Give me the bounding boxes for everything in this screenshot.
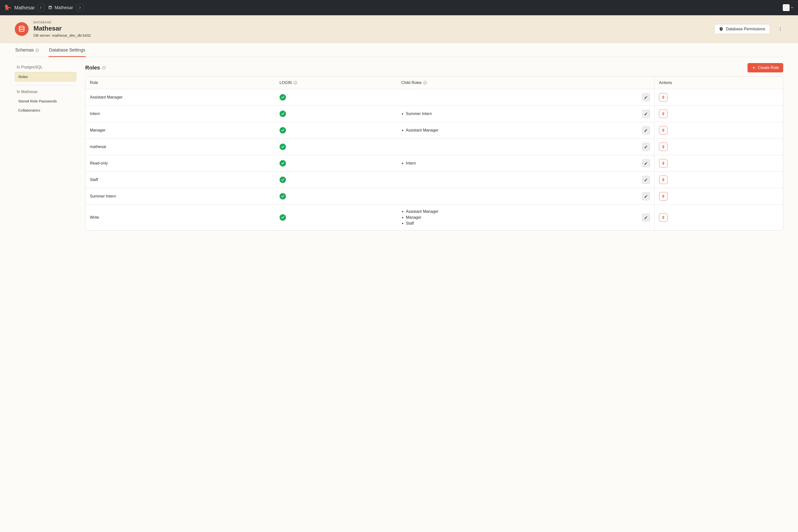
pencil-icon <box>644 178 648 182</box>
column-header-role: Role <box>86 77 275 89</box>
role-name: Read-only <box>90 161 108 166</box>
table-row: mathesar <box>86 139 783 155</box>
role-name: Intern <box>90 112 100 116</box>
table-row: Assistant Manager <box>86 89 783 106</box>
actions-cell <box>654 188 783 205</box>
login-cell <box>275 139 397 155</box>
shield-icon <box>719 27 723 31</box>
sidebar-item-stored-role-passwords[interactable]: Stored Role Passwords <box>15 97 76 106</box>
role-name-cell: Summer Intern <box>86 188 275 205</box>
create-role-button[interactable]: Create Role <box>747 63 783 72</box>
child-role-item: Intern <box>406 160 639 166</box>
sidebar-group-mathesar: In Mathesar <box>17 90 74 94</box>
edit-child-roles-button[interactable] <box>642 159 650 167</box>
login-enabled-check-icon <box>280 94 286 100</box>
edit-child-roles-button[interactable] <box>642 110 650 118</box>
column-header-label: LOGIN <box>280 80 292 85</box>
column-header-label: Role <box>90 80 98 85</box>
role-name-cell: Staff <box>86 172 275 188</box>
chevron-down-icon <box>790 6 794 10</box>
gear-icon-box <box>783 4 790 11</box>
child-roles-cell <box>397 188 654 205</box>
header-eyebrow: DATABASE <box>34 21 709 24</box>
login-cell <box>275 155 397 171</box>
breadcrumb-expand-button-2[interactable] <box>76 4 84 11</box>
role-name-cell: Manager <box>86 122 275 138</box>
roles-table: Role LOGIN ? Child Roles ? Actions <box>85 76 783 230</box>
database-avatar <box>15 22 28 36</box>
child-role-item: Manager <box>406 214 639 221</box>
elephant-logo-icon <box>4 4 12 12</box>
breadcrumb-expand-button-1[interactable] <box>37 4 44 11</box>
delete-role-button[interactable] <box>659 159 667 168</box>
actions-cell <box>654 172 783 188</box>
trash-icon <box>661 178 665 182</box>
delete-role-button[interactable] <box>659 176 667 184</box>
edit-child-roles-button[interactable] <box>642 143 650 151</box>
role-name: Manager <box>90 128 106 133</box>
actions-cell <box>654 89 783 106</box>
sidebar-item-label: Stored Role Passwords <box>18 99 57 103</box>
plus-icon <box>752 66 756 70</box>
login-enabled-check-icon <box>280 127 286 133</box>
chevron-right-icon <box>78 6 82 10</box>
delete-role-button[interactable] <box>659 142 667 151</box>
gear-icon <box>783 4 790 11</box>
edit-child-roles-button[interactable] <box>642 126 650 134</box>
tab-settings-label: Database Settings <box>49 48 85 53</box>
app-name: Mathesar <box>14 5 35 11</box>
sidebar-item-collaborators[interactable]: Collaborators <box>15 106 76 115</box>
table-row: ManagerAssistant Manager <box>86 122 783 139</box>
sidebar-group-postgresql: In PostgreSQL <box>17 65 74 70</box>
tab-schemas-label: Schemas <box>15 48 34 53</box>
help-icon[interactable]: ? <box>35 48 39 52</box>
table-row: InternSummer Intern <box>86 106 783 122</box>
child-role-item: Assistant Manager <box>406 209 639 214</box>
actions-cell <box>654 106 783 122</box>
database-subtitle: DB server: mathesar_dev_db:5432 <box>34 33 709 37</box>
pencil-icon <box>644 145 648 149</box>
logo-block[interactable]: Mathesar <box>4 4 35 12</box>
create-role-label: Create Role <box>758 65 779 70</box>
database-permissions-button[interactable]: Database Permissions <box>714 24 770 34</box>
page-title-text: Roles <box>85 64 100 71</box>
role-name-cell: Assistant Manager <box>86 89 275 106</box>
edit-child-roles-button[interactable] <box>642 192 650 200</box>
database-icon <box>18 25 25 33</box>
page-title: Roles ? <box>85 64 106 71</box>
delete-role-button[interactable] <box>659 213 667 222</box>
header-overflow-menu[interactable] <box>777 27 783 31</box>
child-roles-cell: Intern <box>397 155 654 171</box>
delete-role-button[interactable] <box>659 126 667 134</box>
login-cell <box>275 106 397 122</box>
help-icon[interactable]: ? <box>293 81 297 85</box>
tab-database-settings[interactable]: Database Settings <box>49 43 86 57</box>
help-icon[interactable]: ? <box>423 81 427 85</box>
login-cell <box>275 172 397 188</box>
delete-role-button[interactable] <box>659 192 667 201</box>
settings-menu-button[interactable] <box>783 4 794 11</box>
child-roles-list: Summer Intern <box>401 111 639 117</box>
tab-schemas[interactable]: Schemas ? <box>15 43 40 57</box>
breadcrumb-database-label: Mathesar <box>54 5 73 10</box>
help-icon[interactable]: ? <box>102 66 106 70</box>
delete-role-button[interactable] <box>659 110 667 118</box>
child-roles-cell: Summer Intern <box>397 106 654 122</box>
topbar: Mathesar Mathesar <box>0 0 798 15</box>
login-enabled-check-icon <box>280 144 286 150</box>
breadcrumb-database[interactable]: Mathesar <box>47 5 74 10</box>
edit-child-roles-button[interactable] <box>642 176 650 184</box>
login-enabled-check-icon <box>280 111 286 117</box>
role-name: Assistant Manager <box>90 95 123 99</box>
actions-cell <box>654 155 783 171</box>
child-roles-cell: Assistant Manager <box>397 122 654 138</box>
pencil-icon <box>644 129 648 132</box>
edit-child-roles-button[interactable] <box>642 93 650 101</box>
role-name-cell: mathesar <box>86 139 275 155</box>
child-roles-cell <box>397 172 654 188</box>
sidebar-item-roles[interactable]: Roles <box>15 72 76 81</box>
edit-child-roles-button[interactable] <box>642 213 650 222</box>
delete-role-button[interactable] <box>659 93 667 101</box>
login-cell <box>275 188 397 205</box>
trash-icon <box>661 95 665 99</box>
